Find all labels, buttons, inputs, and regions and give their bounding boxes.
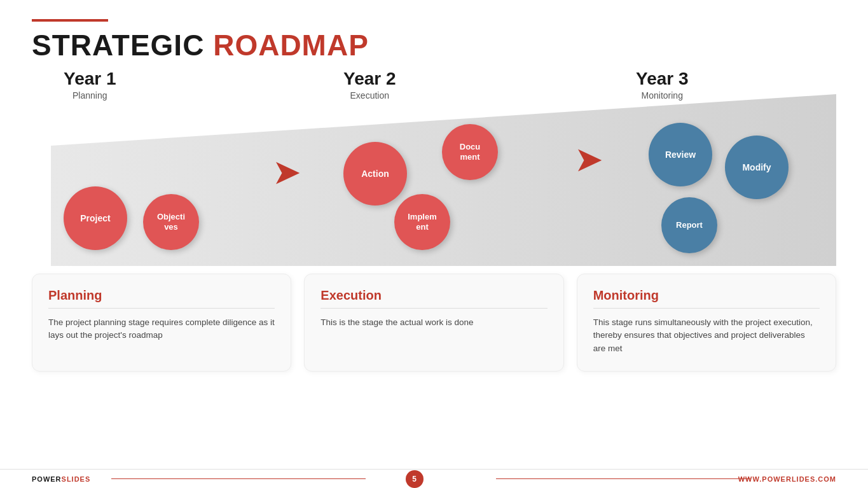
card-execution: Execution This is the stage the actual w… xyxy=(304,274,563,372)
card-execution-divider xyxy=(320,308,547,309)
arrow-2: ➤ xyxy=(575,142,601,178)
slide-title: STRATEGIC ROADMAP xyxy=(32,28,836,62)
year1-phase: Planning xyxy=(64,90,116,101)
year2-section: Year 2 Execution xyxy=(343,69,396,101)
circle-review: Review xyxy=(649,123,712,186)
card-monitoring: Monitoring This stage runs simultaneousl… xyxy=(577,274,836,372)
cards-section: Planning The project planning stage requ… xyxy=(32,274,836,372)
year2-phase: Execution xyxy=(343,90,396,101)
year1-label: Year 1 xyxy=(64,69,116,89)
year3-label: Year 3 xyxy=(636,69,689,89)
footer: POWERSLIDES 5 WWW.POWERLIDES.COM xyxy=(0,469,868,488)
slide: STRATEGIC ROADMAP Year 1 Planning Year 2… xyxy=(0,0,868,488)
circle-action: Action xyxy=(343,142,407,206)
year2-circles: Action Implement Document xyxy=(343,104,509,256)
card-monitoring-text: This stage runs simultaneously with the … xyxy=(593,316,820,355)
circle-objectives: Objectives xyxy=(143,194,199,250)
year1-circles: Project Objectives xyxy=(64,186,199,250)
year3-phase: Monitoring xyxy=(636,90,689,101)
circle-project: Project xyxy=(64,186,127,250)
card-execution-text: This is the stage the actual work is don… xyxy=(320,316,547,329)
title-word-roadmap: ROADMAP xyxy=(213,29,369,62)
card-planning: Planning The project planning stage requ… xyxy=(32,274,291,372)
card-planning-text: The project planning stage requires comp… xyxy=(48,316,275,342)
circle-report: Report xyxy=(661,197,717,253)
title-word-strategic: STRATEGIC xyxy=(32,29,204,62)
card-planning-divider xyxy=(48,308,275,309)
card-planning-title: Planning xyxy=(48,288,275,303)
circle-modify: Modify xyxy=(725,136,789,199)
year1-section: Year 1 Planning xyxy=(64,69,116,101)
year3-circles: Review Report Modify xyxy=(642,110,814,263)
footer-line-right xyxy=(496,478,750,479)
arrow-1: ➤ xyxy=(273,155,299,190)
footer-line-left xyxy=(111,478,366,479)
header-accent-line xyxy=(32,19,108,22)
footer-brand: POWERSLIDES xyxy=(32,475,90,483)
year2-label: Year 2 xyxy=(343,69,396,89)
card-execution-title: Execution xyxy=(320,288,547,303)
year3-section: Year 3 Monitoring xyxy=(636,69,689,101)
footer-url: WWW.POWERLIDES.COM xyxy=(738,475,836,483)
card-monitoring-title: Monitoring xyxy=(593,288,820,303)
roadmap-area: Year 1 Planning Year 2 Execution Year 3 … xyxy=(32,69,836,266)
circle-implement: Implement xyxy=(394,194,450,250)
circle-document: Document xyxy=(442,124,498,180)
footer-page-number: 5 xyxy=(406,470,424,488)
card-monitoring-divider xyxy=(593,308,820,309)
